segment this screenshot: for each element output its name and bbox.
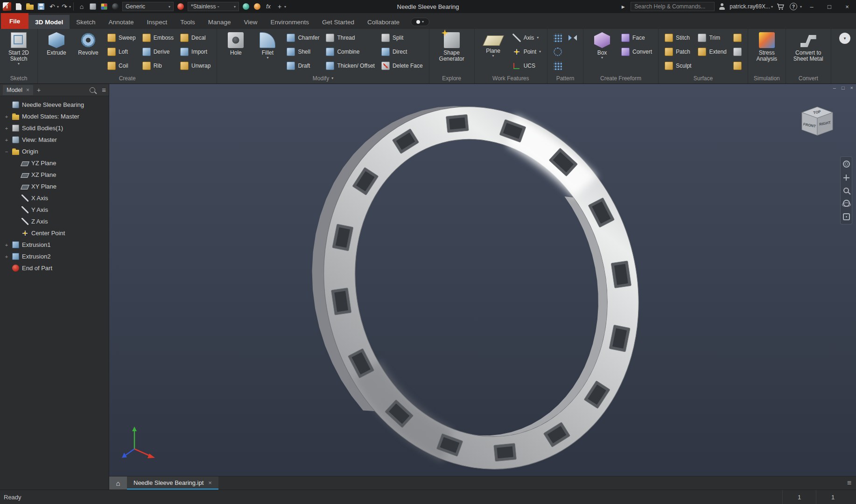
undo-caret-icon[interactable]: ▾: [57, 5, 59, 9]
orbit-icon[interactable]: [843, 200, 850, 207]
document-tab-active[interactable]: Needle Sleeve Bearing.ipt ×: [127, 476, 218, 490]
emboss-button[interactable]: Emboss: [140, 31, 176, 45]
add-tool-icon[interactable]: +: [275, 1, 284, 12]
tree-expander-icon[interactable]: +: [4, 254, 9, 259]
display-icon[interactable]: [99, 1, 109, 12]
add-panel-icon[interactable]: +: [37, 86, 41, 94]
dropdown-caret-icon[interactable]: ▾: [267, 56, 268, 60]
open-folder-icon[interactable]: [25, 1, 35, 12]
axis-button[interactable]: Axis▾: [510, 31, 544, 45]
group-label-modify[interactable]: Modify▾: [218, 75, 427, 84]
tab-3d-model[interactable]: 3D Model: [28, 15, 70, 29]
point-button[interactable]: Point▾: [510, 45, 544, 59]
tree-item[interactable]: Center Point: [0, 227, 109, 239]
fillet-button[interactable]: Fillet ▾: [252, 30, 283, 73]
extrude-button[interactable]: Extrude: [41, 30, 72, 73]
import-button[interactable]: Import: [177, 45, 213, 59]
start-2d-sketch-button[interactable]: Start 2D Sketch ▾: [3, 30, 34, 73]
minimize-button[interactable]: –: [804, 0, 820, 13]
parameters-fx-icon[interactable]: fx: [264, 1, 273, 12]
unwrap-button[interactable]: Unwrap: [177, 59, 213, 73]
tree-item[interactable]: +Extrusion2: [0, 251, 109, 262]
delete-face-button[interactable]: Delete Face: [379, 59, 426, 73]
ribbon-options-button[interactable]: ▾: [839, 33, 850, 44]
freeform-face-button[interactable]: Face: [618, 31, 655, 45]
account-status-pill[interactable]: ▾: [411, 18, 429, 26]
tree-item[interactable]: +Solid Bodies(1): [0, 122, 109, 134]
dropdown-caret-icon[interactable]: ▾: [492, 54, 494, 58]
stress-analysis-button[interactable]: Stress Analysis: [751, 30, 782, 73]
close-icon[interactable]: ×: [208, 479, 212, 486]
tab-tools[interactable]: Tools: [174, 15, 202, 29]
tab-environments[interactable]: Environments: [264, 15, 316, 29]
coil-button[interactable]: Coil: [105, 59, 139, 73]
extend-button[interactable]: Extend: [695, 45, 729, 59]
zoom-icon[interactable]: [843, 188, 849, 193]
tree-item[interactable]: +Model States: Master: [0, 111, 109, 122]
revolve-button[interactable]: Revolve: [73, 30, 104, 73]
tab-inspect[interactable]: Inspect: [140, 15, 174, 29]
view-settings-icon[interactable]: [88, 1, 98, 12]
search-icon[interactable]: [90, 87, 95, 93]
freeform-box-button[interactable]: Box ▾: [587, 30, 617, 73]
derive-button[interactable]: Derive: [140, 45, 176, 59]
dropdown-caret-icon[interactable]: ▾: [18, 62, 20, 66]
rib-button[interactable]: Rib: [140, 59, 176, 73]
tree-item[interactable]: Needle Sleeve Bearing: [0, 99, 109, 111]
trim-button[interactable]: Trim: [695, 31, 729, 45]
redo-icon[interactable]: ↷: [60, 1, 69, 12]
undo-icon[interactable]: ↶: [48, 1, 57, 12]
ucs-button[interactable]: UCS: [510, 59, 544, 73]
patch-button[interactable]: Patch: [662, 45, 694, 59]
tree-item[interactable]: Z Axis: [0, 216, 109, 227]
tab-view[interactable]: View: [237, 15, 264, 29]
tree-item[interactable]: YZ Plane: [0, 157, 109, 169]
browser-tab-model[interactable]: Model ×: [3, 85, 33, 95]
tree-item[interactable]: +Extrusion1: [0, 239, 109, 251]
appearance-sphere-icon[interactable]: [176, 1, 185, 12]
tab-collaborate[interactable]: Collaborate: [361, 15, 406, 29]
adjust-sphere-icon[interactable]: [241, 1, 251, 12]
tree-item[interactable]: Y Axis: [0, 204, 109, 216]
loft-button[interactable]: Loft: [105, 45, 139, 59]
doc-close-icon[interactable]: ×: [850, 85, 853, 91]
sculpt-button[interactable]: Sculpt: [662, 59, 694, 73]
tab-list-menu-icon[interactable]: ≡: [847, 479, 851, 487]
tree-item[interactable]: −Origin: [0, 146, 109, 157]
thread-button[interactable]: Thread: [323, 31, 377, 45]
tree-expander-icon[interactable]: +: [4, 242, 9, 248]
shell-button[interactable]: Shell: [284, 45, 322, 59]
mirror-button[interactable]: [566, 31, 580, 45]
home-tab[interactable]: ⌂: [109, 476, 127, 490]
surface-tool-button[interactable]: [730, 31, 744, 45]
tree-expander-icon[interactable]: +: [4, 126, 9, 131]
save-icon[interactable]: [36, 1, 46, 12]
tab-sketch[interactable]: Sketch: [70, 15, 102, 29]
tree-item[interactable]: +View: Master: [0, 134, 109, 146]
tab-file[interactable]: File: [1, 13, 28, 29]
model-3d-canvas[interactable]: [109, 84, 856, 476]
hole-button[interactable]: Hole: [220, 30, 251, 73]
tab-annotate[interactable]: Annotate: [102, 15, 140, 29]
appearance-dropdown[interactable]: *Stainless - ▾: [188, 2, 239, 11]
model-3d-viewport[interactable]: – □ ×: [109, 84, 856, 476]
direct-button[interactable]: Direct: [379, 45, 426, 59]
chamfer-button[interactable]: Chamfer: [284, 31, 322, 45]
toolbar-options-caret-icon[interactable]: ▾: [284, 5, 286, 9]
circular-pattern-button[interactable]: [551, 45, 565, 59]
tree-item[interactable]: End of Part: [0, 262, 109, 274]
material-dropdown[interactable]: Generic ▾: [122, 2, 174, 11]
doc-restore-icon[interactable]: □: [842, 85, 845, 91]
tree-expander-icon[interactable]: +: [4, 114, 9, 119]
signed-in-user[interactable]: patrick.ray69X...: [730, 3, 770, 10]
help-search-input[interactable]: [631, 2, 715, 11]
store-cart-icon[interactable]: [776, 1, 785, 12]
help-caret-icon[interactable]: ▾: [800, 5, 802, 9]
combine-button[interactable]: Combine: [323, 45, 377, 59]
maximize-button[interactable]: □: [821, 0, 837, 13]
tab-manage[interactable]: Manage: [202, 15, 238, 29]
tab-get-started[interactable]: Get Started: [316, 15, 361, 29]
tree-item[interactable]: X Axis: [0, 192, 109, 204]
sketch-driven-pattern-button[interactable]: [551, 59, 565, 73]
navigation-wheel-icon[interactable]: [843, 161, 850, 168]
